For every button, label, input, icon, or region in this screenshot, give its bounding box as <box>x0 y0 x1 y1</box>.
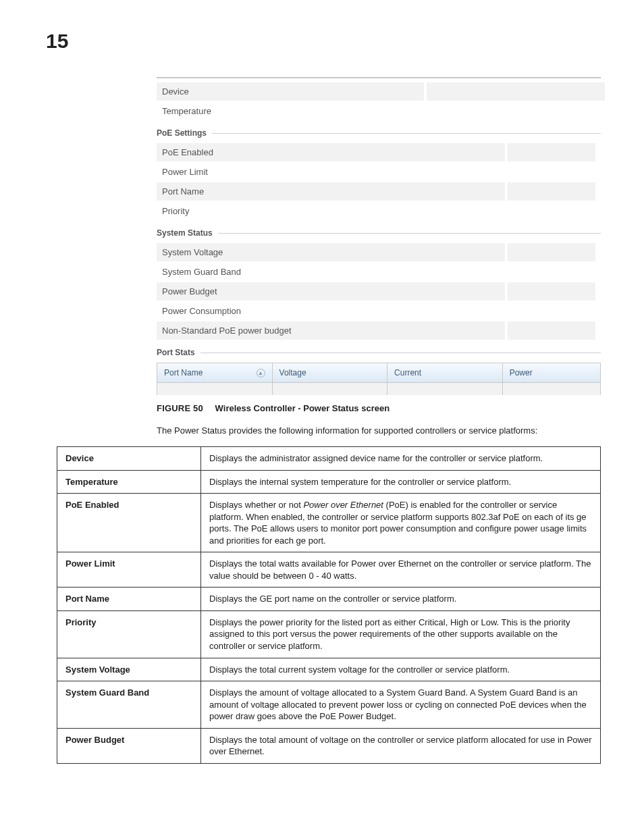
definition-desc: Displays the total watts available for P… <box>201 552 601 588</box>
definition-term: Temperature <box>57 470 201 494</box>
definition-desc: Displays the administrator assigned devi… <box>201 447 601 471</box>
power-consumption-label: Power Consumption <box>157 302 505 320</box>
definition-term: Power Limit <box>57 552 201 588</box>
table-row: Power BudgetDisplays the total amount of… <box>57 728 601 763</box>
definition-desc: Displays the power priority for the list… <box>201 610 601 658</box>
port-name-value <box>508 182 595 201</box>
poe-settings-title: PoE Settings <box>157 128 207 138</box>
col-power[interactable]: Power <box>503 363 600 382</box>
power-consumption-value <box>508 302 595 320</box>
definition-term: PoE Enabled <box>57 494 201 552</box>
definition-desc: Displays the amount of voltage allocated… <box>201 681 601 729</box>
system-status-header: System Status <box>157 228 601 238</box>
system-guard-band-value <box>508 263 595 281</box>
divider <box>218 233 601 234</box>
definition-term: System Voltage <box>57 658 201 681</box>
table-row: Power LimitDisplays the total watts avai… <box>57 552 601 588</box>
figure-title: Wireless Controller - Power Status scree… <box>215 403 390 413</box>
system-status-title: System Status <box>157 228 213 238</box>
port-stats-header: Port Stats <box>157 348 601 357</box>
port-name-label: Port Name <box>157 182 505 201</box>
screenshot-panel: Device Temperature PoE Settings PoE Enab… <box>157 77 601 395</box>
col-current-label: Current <box>394 368 421 377</box>
table-row: TemperatureDisplays the internal system … <box>57 470 601 494</box>
page-number: 15 <box>46 30 601 53</box>
system-guard-band-label: System Guard Band <box>157 263 505 281</box>
definition-term: Priority <box>57 610 201 658</box>
definition-desc: Displays the internal system temperature… <box>201 470 601 494</box>
table-row: PoE EnabledDisplays whether or not Power… <box>57 494 601 552</box>
temperature-value <box>427 102 605 120</box>
definitions-table: DeviceDisplays the administrator assigne… <box>57 446 601 764</box>
definition-term: Device <box>57 447 201 471</box>
sort-asc-icon[interactable]: ▲ <box>257 369 265 377</box>
port-stats-table: Port Name ▲ Voltage Current Power <box>157 363 601 395</box>
device-label: Device <box>157 82 424 101</box>
table-row: Port NameDisplays the GE port name on th… <box>57 588 601 611</box>
col-power-label: Power <box>510 368 533 377</box>
table-row <box>157 383 600 395</box>
port-stats-title: Port Stats <box>157 348 195 357</box>
priority-value <box>508 202 595 220</box>
col-voltage-label: Voltage <box>279 368 306 377</box>
col-voltage[interactable]: Voltage <box>273 363 388 382</box>
definition-desc: Displays whether or not Power over Ether… <box>201 494 601 552</box>
definition-term: Port Name <box>57 588 201 611</box>
definition-term: Power Budget <box>57 728 201 763</box>
col-current[interactable]: Current <box>387 363 503 382</box>
device-value <box>427 82 605 101</box>
figure-label: FIGURE 50 <box>157 403 203 413</box>
poe-settings-header: PoE Settings <box>157 128 601 138</box>
table-row: System VoltageDisplays the total current… <box>57 658 601 681</box>
col-port-name[interactable]: Port Name ▲ <box>157 363 273 382</box>
port-stats-table-header: Port Name ▲ Voltage Current Power <box>157 363 600 383</box>
priority-label: Priority <box>157 202 505 220</box>
figure-caption: FIGURE 50 Wireless Controller - Power St… <box>157 403 601 413</box>
definition-desc: Displays the total current system voltag… <box>201 658 601 681</box>
intro-paragraph: The Power Status provides the following … <box>157 425 601 436</box>
definition-desc: Displays the total amount of voltage on … <box>201 728 601 763</box>
power-limit-label: Power Limit <box>157 163 505 181</box>
nonstd-poe-budget-value <box>508 321 595 340</box>
poe-enabled-value <box>508 143 595 161</box>
table-row: DeviceDisplays the administrator assigne… <box>57 447 601 471</box>
table-row: PriorityDisplays the power priority for … <box>57 610 601 658</box>
definition-desc: Displays the GE port name on the control… <box>201 588 601 611</box>
power-budget-value <box>508 282 595 301</box>
col-port-name-label: Port Name <box>164 368 203 377</box>
system-voltage-label: System Voltage <box>157 243 505 261</box>
definition-term: System Guard Band <box>57 681 201 729</box>
table-row: System Guard BandDisplays the amount of … <box>57 681 601 729</box>
power-budget-label: Power Budget <box>157 282 505 301</box>
power-limit-value <box>508 163 595 181</box>
poe-enabled-label: PoE Enabled <box>157 143 505 161</box>
divider <box>200 353 601 353</box>
divider <box>212 133 601 134</box>
temperature-label: Temperature <box>157 102 424 120</box>
system-voltage-value <box>508 243 595 261</box>
nonstd-poe-budget-label: Non-Standard PoE power budget <box>157 321 505 340</box>
